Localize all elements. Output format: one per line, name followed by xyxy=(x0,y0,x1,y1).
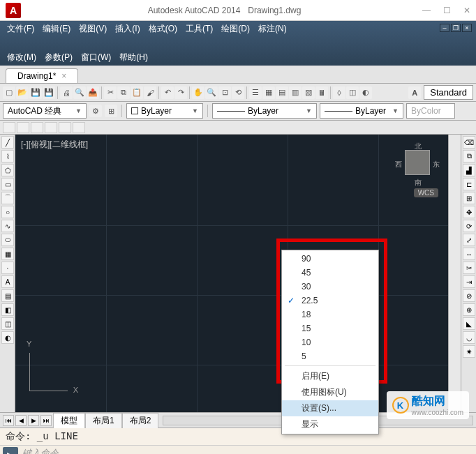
block-icon[interactable]: ◫ xyxy=(346,86,359,99)
wcs-label[interactable]: WCS xyxy=(414,188,438,197)
open-icon[interactable]: 📂 xyxy=(16,86,29,99)
menu-display[interactable]: 显示 xyxy=(282,416,378,432)
angle-option-45[interactable]: 45 xyxy=(282,266,378,280)
save-icon[interactable]: 💾 xyxy=(29,86,42,99)
pline-icon[interactable]: ⌇ xyxy=(1,150,14,162)
saveas-icon[interactable]: 💾 xyxy=(43,86,55,99)
explode-icon[interactable]: ✷ xyxy=(463,345,475,358)
calc-icon[interactable]: 🖩 xyxy=(315,86,328,99)
erase-icon[interactable]: ⌫ xyxy=(463,136,475,149)
menu-insert[interactable]: 插入(I) xyxy=(115,23,140,35)
menu-file[interactable]: 文件(F) xyxy=(7,23,34,35)
circle-icon[interactable]: ○ xyxy=(1,206,14,218)
doc-minimize-icon[interactable]: – xyxy=(440,24,449,32)
redo-icon[interactable]: ↷ xyxy=(174,86,187,99)
ws-gear-icon[interactable]: ⊞ xyxy=(105,105,117,117)
point-icon[interactable]: · xyxy=(1,262,14,274)
cut-icon[interactable]: ✂ xyxy=(104,86,117,99)
zoom-prev-icon[interactable]: ⟲ xyxy=(232,86,244,99)
vp-btn-3[interactable] xyxy=(31,122,43,133)
copy-icon[interactable]: ⧉ xyxy=(117,86,130,99)
maximize-icon[interactable]: ☐ xyxy=(443,6,451,15)
menu-tools[interactable]: 工具(T) xyxy=(186,23,213,35)
join-icon[interactable]: ⊕ xyxy=(463,303,475,316)
menu-view[interactable]: 视图(V) xyxy=(79,23,107,35)
view-cube[interactable]: 北 西 东 南 WCS xyxy=(396,142,438,197)
menu-modify[interactable]: 修改(M) xyxy=(7,52,36,63)
stretch-icon[interactable]: ↔ xyxy=(463,248,475,260)
angle-option-22-5[interactable]: 22.5 xyxy=(282,294,378,308)
menu-window[interactable]: 窗口(W) xyxy=(81,52,111,63)
publish-icon[interactable]: 📤 xyxy=(87,86,99,99)
command-prompt-icon[interactable]: ▸_ xyxy=(3,447,18,454)
arc-icon[interactable]: ⌒ xyxy=(1,192,14,204)
text-icon[interactable]: A xyxy=(1,275,14,288)
menu-edit[interactable]: 编辑(E) xyxy=(43,23,70,35)
angle-option-15[interactable]: 15 xyxy=(282,321,378,335)
table-icon[interactable]: ▤ xyxy=(1,289,14,302)
workspace-combo[interactable]: AutoCAD 经典▼ xyxy=(3,103,87,119)
tool-palette-icon[interactable]: ▤ xyxy=(276,86,288,99)
tab-first-icon[interactable]: ⏮ xyxy=(3,415,14,426)
break-icon[interactable]: ⊘ xyxy=(463,289,475,302)
menu-format[interactable]: 格式(O) xyxy=(149,23,177,35)
minimize-icon[interactable]: — xyxy=(422,6,431,15)
menu-settings[interactable]: 设置(S)... xyxy=(282,400,378,416)
lineweight-combo[interactable]: ByLayer▼ xyxy=(320,103,403,119)
copy-obj-icon[interactable]: ⧉ xyxy=(463,150,475,162)
angle-option-5[interactable]: 5 xyxy=(282,349,378,363)
angle-option-30[interactable]: 30 xyxy=(282,280,378,294)
vp-btn-2[interactable] xyxy=(17,122,29,133)
rotate-icon[interactable]: ⟳ xyxy=(463,220,475,232)
doc-restore-icon[interactable]: ❐ xyxy=(451,24,461,32)
tab-layout1[interactable]: 布局1 xyxy=(85,413,122,428)
render-icon[interactable]: ◐ xyxy=(359,86,372,99)
ws-settings-icon[interactable]: ⚙ xyxy=(89,105,102,117)
offset-icon[interactable]: ⊏ xyxy=(463,178,475,190)
print-icon[interactable]: 🖨 xyxy=(60,86,73,99)
gradient-icon[interactable]: ◐ xyxy=(1,331,14,344)
zoom-window-icon[interactable]: ⊡ xyxy=(218,86,231,99)
menu-use-icon[interactable]: 使用图标(U) xyxy=(282,384,378,400)
angle-option-10[interactable]: 10 xyxy=(282,335,378,349)
angle-option-18[interactable]: 18 xyxy=(282,308,378,321)
close-icon[interactable]: ✕ xyxy=(463,6,470,15)
menu-draw[interactable]: 绘图(D) xyxy=(221,23,250,35)
plotstyle-combo[interactable]: ByColor xyxy=(406,103,455,119)
extend-icon[interactable]: ⇥ xyxy=(463,275,475,288)
hatch-icon[interactable]: ▦ xyxy=(1,248,14,260)
new-icon[interactable]: ▢ xyxy=(3,86,15,99)
rect-icon[interactable]: ▭ xyxy=(1,178,14,190)
tab-model[interactable]: 模型 xyxy=(53,413,85,428)
tab-last-icon[interactable]: ⏭ xyxy=(40,415,52,426)
undo-icon[interactable]: ↶ xyxy=(161,86,174,99)
tab-next-icon[interactable]: ▶ xyxy=(28,415,39,426)
vertical-scrollbar[interactable] xyxy=(448,135,461,412)
doc-tab-close-icon[interactable]: × xyxy=(61,71,66,81)
vp-btn-5[interactable] xyxy=(59,122,71,133)
doc-close-icon[interactable]: × xyxy=(462,24,472,32)
markup-icon[interactable]: ▧ xyxy=(302,86,315,99)
block-insert-icon[interactable]: ◫ xyxy=(1,317,14,330)
design-center-icon[interactable]: ▦ xyxy=(262,86,275,99)
move-icon[interactable]: ✥ xyxy=(463,206,475,218)
ellipse-icon[interactable]: ⬭ xyxy=(1,234,14,246)
trim-icon[interactable]: ✂ xyxy=(463,262,475,274)
fillet-icon[interactable]: ◡ xyxy=(463,331,475,344)
text-style-icon[interactable]: A xyxy=(408,86,421,99)
line-icon[interactable]: ╱ xyxy=(1,136,14,149)
command-input[interactable]: 键入命令 xyxy=(22,447,473,454)
vp-btn-4[interactable] xyxy=(45,122,57,133)
menu-dim[interactable]: 标注(N) xyxy=(258,23,287,35)
tab-prev-icon[interactable]: ◀ xyxy=(15,415,27,426)
style-combo[interactable]: Standard xyxy=(424,85,473,100)
viewport-label[interactable]: [-][俯视][二维线框] xyxy=(21,139,88,151)
doc-tab[interactable]: Drawing1* × xyxy=(6,68,78,83)
paste-icon[interactable]: 📋 xyxy=(131,86,143,99)
mirror-icon[interactable]: ▟ xyxy=(463,164,475,176)
vp-btn-1[interactable] xyxy=(3,122,15,133)
sheet-set-icon[interactable]: ▥ xyxy=(289,86,302,99)
layer-icon[interactable]: ◊ xyxy=(333,86,345,99)
pan-icon[interactable]: ✋ xyxy=(192,86,204,99)
array-icon[interactable]: ⊞ xyxy=(463,192,475,204)
